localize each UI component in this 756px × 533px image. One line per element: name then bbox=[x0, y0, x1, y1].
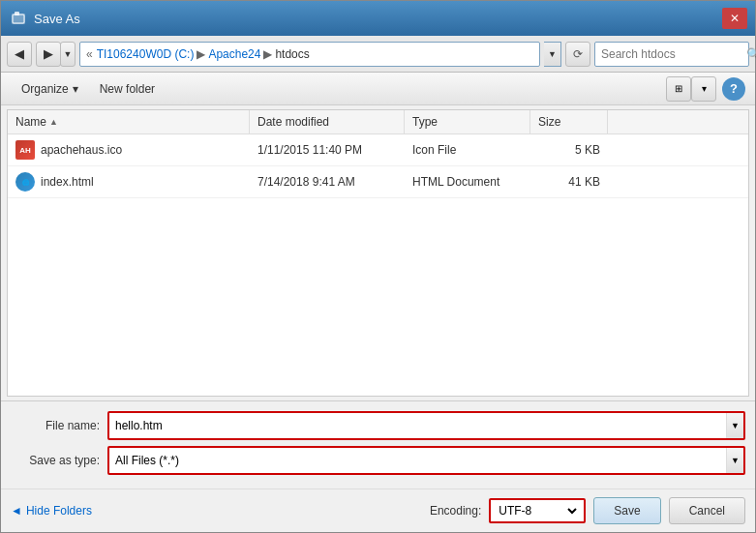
save-as-type-dropdown[interactable]: ▼ bbox=[726, 448, 743, 473]
breadcrumb-drive[interactable]: TI106240W0D (C:) bbox=[97, 47, 195, 61]
breadcrumb-sep-2: ▶ bbox=[263, 47, 272, 61]
save-button[interactable]: Save bbox=[593, 497, 660, 524]
file-list-area: Name ▲ Date modified Type Size AH apache… bbox=[7, 109, 749, 397]
bottom-form: File name: ▼ Save as type: ▼ bbox=[1, 400, 755, 489]
file-name-label: File name: bbox=[11, 419, 107, 432]
file-name-input[interactable] bbox=[109, 415, 726, 436]
address-dropdown-button[interactable]: ▼ bbox=[544, 42, 561, 67]
address-breadcrumb: « TI106240W0D (C:) ▶ Apache24 ▶ htdocs bbox=[79, 42, 540, 67]
col-header-date[interactable]: Date modified bbox=[250, 110, 405, 133]
breadcrumb-sep-1: ▶ bbox=[197, 47, 205, 61]
footer: ◄ Hide Folders Encoding: UTF-8 UTF-16 AN… bbox=[1, 489, 755, 532]
nav-dropdown-button[interactable]: ▼ bbox=[60, 42, 76, 67]
breadcrumb-apache[interactable]: Apache24 bbox=[208, 47, 260, 61]
table-row[interactable]: 🌐 index.html 7/14/2018 9:41 AM HTML Docu… bbox=[8, 166, 748, 198]
refresh-button[interactable]: ⟳ bbox=[565, 42, 590, 67]
address-bar: ◀ ▶ ▼ « TI106240W0D (C:) ▶ Apache24 ▶ ht… bbox=[1, 36, 755, 73]
file-type-cell-1: HTML Document bbox=[405, 166, 530, 197]
encoding-select-wrap: UTF-8 UTF-16 ANSI ISO-8859-1 bbox=[489, 498, 586, 523]
view-icon: ⊞ bbox=[675, 83, 682, 94]
close-button[interactable]: ✕ bbox=[722, 8, 747, 29]
organize-label: Organize bbox=[21, 82, 69, 96]
view-button[interactable]: ⊞ bbox=[666, 76, 691, 102]
organize-button[interactable]: Organize ▾ bbox=[11, 76, 89, 102]
encoding-select[interactable]: UTF-8 UTF-16 ANSI ISO-8859-1 bbox=[495, 503, 580, 518]
file-icon-ah: AH bbox=[15, 140, 35, 160]
col-header-type[interactable]: Type bbox=[405, 110, 530, 133]
help-button[interactable]: ? bbox=[722, 77, 745, 101]
file-type-cell-0: Icon File bbox=[405, 134, 530, 165]
cancel-button[interactable]: Cancel bbox=[669, 497, 745, 524]
new-folder-label: New folder bbox=[100, 82, 155, 96]
view-dropdown-button[interactable]: ▾ bbox=[691, 76, 716, 102]
file-size-cell-1: 41 KB bbox=[530, 166, 608, 197]
col-header-size[interactable]: Size bbox=[530, 110, 608, 133]
encoding-label: Encoding: bbox=[430, 504, 481, 518]
file-name-dropdown[interactable]: ▼ bbox=[726, 413, 743, 438]
search-input[interactable] bbox=[601, 47, 746, 61]
save-as-type-input[interactable] bbox=[109, 450, 726, 471]
file-name-cell-0: AH apachehaus.ico bbox=[8, 134, 250, 165]
save-as-type-label: Save as type: bbox=[11, 454, 107, 467]
hide-folders-button[interactable]: ◄ Hide Folders bbox=[11, 504, 92, 518]
svg-rect-2 bbox=[15, 12, 19, 15]
forward-button[interactable]: ▶ bbox=[36, 42, 61, 67]
file-date-cell-0: 1/11/2015 11:40 PM bbox=[250, 134, 405, 165]
dialog-title: Save As bbox=[34, 12, 722, 26]
title-bar: Save As ✕ bbox=[1, 1, 755, 36]
view-dropdown-icon: ▾ bbox=[702, 83, 707, 94]
search-icon: 🔍 bbox=[746, 47, 756, 61]
save-as-type-row: Save as type: ▼ bbox=[11, 446, 745, 475]
organize-arrow: ▾ bbox=[73, 82, 78, 96]
breadcrumb-htdocs[interactable]: htdocs bbox=[275, 47, 309, 61]
search-box: 🔍 bbox=[594, 42, 749, 67]
file-size-cell-0: 5 KB bbox=[530, 134, 608, 165]
col-header-name[interactable]: Name ▲ bbox=[8, 110, 250, 133]
save-as-type-input-wrap: ▼ bbox=[107, 446, 745, 475]
file-name-input-wrap: ▼ bbox=[107, 411, 745, 440]
breadcrumb-sep-start: « bbox=[86, 47, 93, 61]
hide-folders-label: Hide Folders bbox=[26, 504, 92, 518]
file-name-row: File name: ▼ bbox=[11, 411, 745, 440]
hide-folders-icon: ◄ bbox=[11, 504, 22, 518]
toolbar: Organize ▾ New folder ⊞ ▾ ? bbox=[1, 73, 755, 105]
new-folder-button[interactable]: New folder bbox=[89, 76, 166, 102]
file-name-cell-1: 🌐 index.html bbox=[8, 166, 250, 197]
file-list-header: Name ▲ Date modified Type Size bbox=[8, 110, 748, 134]
table-row[interactable]: AH apachehaus.ico 1/11/2015 11:40 PM Ico… bbox=[8, 134, 748, 166]
dialog-icon bbox=[9, 9, 28, 28]
save-as-dialog: Save As ✕ ◀ ▶ ▼ « TI106240W0D (C:) ▶ Apa… bbox=[0, 0, 756, 533]
back-button[interactable]: ◀ bbox=[7, 42, 32, 67]
sort-arrow-name: ▲ bbox=[49, 117, 58, 127]
file-name-0: apachehaus.ico bbox=[41, 143, 122, 157]
file-icon-html: 🌐 bbox=[15, 172, 35, 192]
file-name-1: index.html bbox=[41, 175, 94, 189]
file-date-cell-1: 7/14/2018 9:41 AM bbox=[250, 166, 405, 197]
